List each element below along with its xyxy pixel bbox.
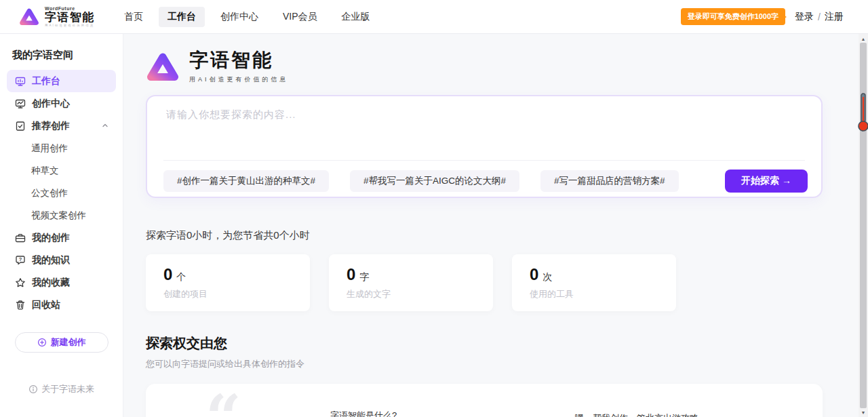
stat-unit: 字 [359,271,369,282]
stat-value-row: 0字 [347,265,493,284]
sidebar-item-label: 我的知识 [32,254,70,266]
stat-label: 创建的项目 [163,288,310,300]
knowledge-icon: ? [15,255,26,266]
briefcase-icon [15,233,26,243]
suggestion-chips: #创作一篇关于黄山出游的种草文# #帮我写一篇关于AIGC的论文大纲# #写一篇… [163,170,808,193]
workbench-icon [15,76,26,87]
stat-cards: 0个 创建的项目 0字 生成的文字 0次 使用的工具 [146,254,859,311]
new-creation-label: 新建创作 [51,336,86,349]
about-label: 关于字语未来 [41,383,94,395]
stat-value-row: 0个 [163,265,310,284]
brand-logo[interactable]: WordFuture 字语智能 用AI创造更有价值的信息 [19,6,95,28]
stat-value: 0 [347,265,355,283]
sidebar-item-label: 工作台 [32,75,60,87]
stat-unit: 个 [176,271,186,282]
nav-item-workbench[interactable]: 工作台 [159,7,205,27]
app-screen: WordFuture 字语智能 用AI创造更有价值的信息 首页 工作台 创作中心… [0,0,868,417]
stat-label: 生成的文字 [347,288,493,300]
topbar: WordFuture 字语智能 用AI创造更有价值的信息 首页 工作台 创作中心… [0,0,868,34]
sidebar-item-workbench[interactable]: 工作台 [7,70,116,92]
suggestion-chip-aigc-outline[interactable]: #帮我写一篇关于AIGC的论文大纲# [350,170,519,192]
trash-icon [15,300,26,311]
sidebar-subitem-video-copy[interactable]: 视频文案创作 [7,204,116,226]
suggestion-chip-dessert-marketing[interactable]: #写一篇甜品店的营销方案# [540,170,679,192]
stat-card-projects: 0个 创建的项目 [146,254,310,311]
sidebar-subitem-official-doc[interactable]: 公文创作 [7,182,116,204]
nav-item-vip[interactable]: VIP会员 [274,7,326,27]
sidebar-item-my-creations[interactable]: 我的创作 [7,226,116,249]
scrollbar-down-arrow-icon[interactable]: ▼ [859,408,868,416]
sidebar-item-recycle-bin[interactable]: 回收站 [7,294,116,316]
top-navigation: 首页 工作台 创作中心 VIP会员 企业版 [115,7,379,27]
brand-superscript: WordFuture [45,6,95,11]
stat-value: 0 [530,265,538,283]
star-icon [15,277,26,288]
sidebar-item-label: 我的收藏 [32,277,70,289]
stat-card-tools: 0次 使用的工具 [512,254,676,311]
stat-card-words: 0字 生成的文字 [329,254,493,311]
login-promo-badge[interactable]: 登录即可享免费创作1000字 [681,8,785,25]
topbar-right: 登录即可享免费创作1000字 登录 / 注册 [681,8,844,25]
explore-section-subtitle: 您可以向字语提问或给出具体创作的指令 [146,358,859,370]
stat-value-row: 0次 [530,265,676,284]
chevron-up-icon[interactable] [101,121,109,132]
sidebar-item-my-knowledge[interactable]: ? 我的知识 [7,249,116,271]
sidebar-subitem-seeding-article[interactable]: 种草文 [7,159,116,182]
register-link[interactable]: 注册 [825,11,844,23]
svg-text:?: ? [19,256,22,262]
scrollbar-up-arrow-icon[interactable]: ▲ [859,35,868,43]
creation-center-icon [15,98,26,109]
thermometer-icon [858,92,868,133]
stats-summary: 探索字语0小时，为您节省共0个小时 [146,229,859,242]
info-circle-icon [28,384,38,394]
nav-item-creation-center[interactable]: 创作中心 [212,7,267,27]
main-content: 字语智能 用AI创造更有价值的信息 #创作一篇关于黄山出游的种草文# #帮我写一… [123,34,859,417]
start-explore-button[interactable]: 开始探索 → [725,170,808,193]
brand-micro-tagline: 用AI创造更有价值的信息 [45,24,95,28]
about-link[interactable]: 关于字语未来 [0,383,123,395]
new-creation-button[interactable]: 新建创作 [15,332,108,353]
brand-triangle-icon [19,7,39,26]
stat-unit: 次 [542,271,552,282]
hero-triangle-icon [146,52,180,83]
sidebar-item-label: 我的创作 [32,232,70,244]
sidebar-item-recommended[interactable]: 推荐创作 [7,115,116,137]
sidebar-subitem-general-creation[interactable]: 通用创作 [7,137,116,159]
recommend-icon [15,121,26,132]
page-scrollbar[interactable]: ▲ ▼ [859,34,868,417]
sidebar-item-label: 创作中心 [32,98,70,110]
explore-section-title: 探索权交由您 [146,334,859,353]
search-divider [163,160,805,161]
hero-title: 字语智能 [189,50,289,71]
auth-links: 登录 / 注册 [795,11,844,23]
sidebar-item-label: 回收站 [32,299,60,311]
hero-tagline: 用AI创造更有价值的信息 [189,75,289,84]
hero-text: 字语智能 用AI创造更有价值的信息 [189,50,289,84]
example-prompt-left[interactable]: 字语智能是什么? [330,410,397,417]
stat-label: 使用的工具 [530,288,676,300]
plus-circle-icon [37,338,47,347]
brand-name: 字语智能 [45,12,95,23]
sidebar-item-label: 推荐创作 [32,120,70,132]
hero-brand: 字语智能 用AI创造更有价值的信息 [146,50,859,84]
auth-separator: / [818,12,821,22]
sidebar-item-favorites[interactable]: 我的收藏 [7,271,116,294]
search-card: #创作一篇关于黄山出游的种草文# #帮我写一篇关于AIGC的论文大纲# #写一篇… [146,95,823,198]
login-link[interactable]: 登录 [795,11,814,23]
example-prompt-right[interactable]: 嘿，帮我创作一篇北京出游攻略 [575,412,698,417]
sidebar-title: 我的字语空间 [12,49,123,62]
sidebar-item-creation-center[interactable]: 创作中心 [7,92,116,115]
sidebar: 我的字语空间 工作台 创作中心 推荐创作 通用创作 种草文 公文创作 视频文案创 [0,34,123,417]
example-prompts-card: “ 字语智能是什么? 嘿，帮我创作一篇北京出游攻略 [146,384,823,417]
suggestion-chip-huangshan[interactable]: #创作一篇关于黄山出游的种草文# [163,170,329,192]
nav-item-home[interactable]: 首页 [115,7,152,27]
search-input[interactable] [166,108,654,152]
quote-icon: “ [205,395,241,417]
nav-item-enterprise[interactable]: 企业版 [333,7,379,27]
stat-value: 0 [163,265,172,283]
brand-text: WordFuture 字语智能 用AI创造更有价值的信息 [45,6,95,28]
